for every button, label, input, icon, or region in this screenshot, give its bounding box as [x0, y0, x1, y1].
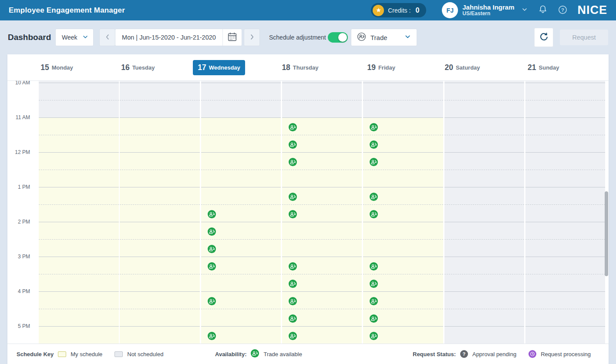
- hour-line: [282, 83, 362, 83]
- date-range-value: Mon | Jun-15-2020 - Jun-21-2020: [115, 34, 222, 41]
- day-header-thursday[interactable]: 18Thursday: [260, 54, 340, 81]
- chevron-down-icon: [82, 33, 89, 42]
- day-header-tuesday[interactable]: 16Tuesday: [98, 54, 178, 81]
- trade-available-icon[interactable]: [289, 314, 297, 323]
- half-hour-line: [363, 100, 443, 100]
- notifications-button[interactable]: [538, 4, 548, 16]
- time-label: 1 PM: [7, 184, 30, 190]
- trade-available-icon[interactable]: [208, 262, 216, 270]
- hour-line: [525, 326, 606, 327]
- trade-available-icon[interactable]: [370, 158, 378, 166]
- trade-available-icon[interactable]: [289, 262, 297, 270]
- page-title: Dashboard: [8, 33, 51, 42]
- trade-available-icon[interactable]: [208, 227, 216, 236]
- chevron-down-icon: [521, 6, 528, 15]
- next-week-button[interactable]: [244, 29, 260, 46]
- trade-available-icon[interactable]: [289, 332, 297, 340]
- half-hour-line: [201, 274, 281, 274]
- trade-available-icon[interactable]: [370, 332, 378, 340]
- day-header-saturday[interactable]: 20Saturday: [423, 54, 502, 81]
- trade-available-icon[interactable]: [208, 332, 216, 340]
- day-number: 18: [282, 63, 290, 72]
- prev-week-button[interactable]: [99, 29, 115, 46]
- half-hour-line: [201, 239, 281, 240]
- chevron-down-icon: [404, 33, 411, 42]
- day-column-thursday[interactable]: [282, 81, 362, 344]
- not-scheduled-label: Not scheduled: [127, 351, 163, 357]
- hour-line: [120, 291, 200, 292]
- avatar: FJ: [442, 2, 458, 18]
- hour-line: [363, 152, 443, 153]
- trade-available-icon[interactable]: [289, 280, 297, 288]
- half-hour-line: [282, 135, 362, 135]
- trade-available-icon[interactable]: [370, 210, 378, 218]
- trade-available-icon[interactable]: [289, 140, 297, 149]
- trade-available-icon[interactable]: [289, 123, 297, 131]
- half-hour-line: [363, 309, 443, 309]
- trade-available-icon[interactable]: [370, 140, 378, 149]
- day-column-sunday[interactable]: [525, 81, 606, 344]
- day-column-saturday[interactable]: [444, 81, 525, 344]
- schedule-grid[interactable]: 10 AM11 AM12 PM1 PM2 PM3 PM4 PM5 PM: [7, 81, 609, 344]
- half-hour-line: [39, 274, 119, 274]
- half-hour-line: [525, 239, 606, 240]
- trade-available-icon[interactable]: [370, 193, 378, 201]
- trade-available-icon[interactable]: [208, 245, 216, 253]
- request-button[interactable]: Request: [560, 30, 608, 45]
- trade-available-icon[interactable]: [370, 262, 378, 270]
- calendar-picker-button[interactable]: [222, 29, 242, 46]
- day-header-wednesday[interactable]: 17Wednesday: [179, 54, 259, 81]
- time-label: 12 PM: [7, 149, 30, 155]
- trade-available-icon[interactable]: [370, 280, 378, 288]
- request-processing-label: Request processing: [541, 351, 591, 357]
- half-hour-line: [201, 100, 281, 100]
- not-scheduled-region: [201, 81, 281, 117]
- trade-icon: [357, 32, 367, 43]
- day-header-sunday[interactable]: 21Sunday: [504, 54, 583, 81]
- not-scheduled-swatch: [114, 351, 123, 357]
- hour-line: [201, 187, 281, 187]
- my-schedule-label: My schedule: [71, 351, 102, 357]
- day-header-monday[interactable]: 15Monday: [17, 54, 97, 81]
- half-hour-line: [525, 274, 606, 274]
- adjustment-type-select[interactable]: Trade: [351, 29, 417, 46]
- help-button[interactable]: ?: [558, 5, 568, 16]
- user-name: Jahnisha Ingram: [462, 3, 514, 11]
- half-hour-line: [39, 170, 119, 170]
- day-column-monday[interactable]: [39, 81, 119, 344]
- trade-available-icon[interactable]: [289, 210, 297, 218]
- hour-line: [39, 187, 119, 187]
- time-label: 3 PM: [7, 254, 30, 260]
- credits-pill[interactable]: Credits : 0: [371, 3, 426, 17]
- hour-line: [363, 326, 443, 327]
- half-hour-line: [444, 204, 525, 205]
- trade-available-icon[interactable]: [370, 297, 378, 305]
- schedule-adjustment-toggle[interactable]: [328, 32, 348, 43]
- not-scheduled-region: [363, 81, 443, 117]
- vertical-scrollbar[interactable]: [605, 191, 608, 276]
- refresh-button[interactable]: [534, 28, 553, 47]
- half-hour-line: [39, 239, 119, 240]
- trade-available-icon[interactable]: [289, 193, 297, 201]
- hour-line: [39, 117, 119, 118]
- half-hour-line: [39, 135, 119, 135]
- trade-available-icon[interactable]: [370, 314, 378, 323]
- day-header-friday[interactable]: 19Friday: [341, 54, 421, 81]
- day-column-tuesday[interactable]: [120, 81, 200, 344]
- day-column-wednesday[interactable]: [201, 81, 281, 344]
- day-name: Monday: [52, 64, 73, 71]
- hour-line: [282, 326, 362, 327]
- trade-available-icon[interactable]: [289, 297, 297, 305]
- day-column-friday[interactable]: [363, 81, 443, 344]
- trade-available-icon[interactable]: [370, 123, 378, 131]
- trade-available-label: Trade available: [263, 351, 302, 357]
- date-range-field[interactable]: Mon | Jun-15-2020 - Jun-21-2020: [115, 29, 242, 46]
- trade-available-icon[interactable]: [289, 158, 297, 166]
- day-box: 20Saturday: [440, 60, 485, 75]
- half-hour-line: [39, 100, 119, 100]
- trade-available-icon[interactable]: [208, 297, 216, 305]
- user-menu[interactable]: FJ Jahnisha Ingram US/Eastern: [442, 2, 528, 18]
- view-select[interactable]: Week: [55, 29, 94, 46]
- schedule-key-label: Schedule Key: [17, 351, 54, 357]
- trade-available-icon[interactable]: [208, 210, 216, 218]
